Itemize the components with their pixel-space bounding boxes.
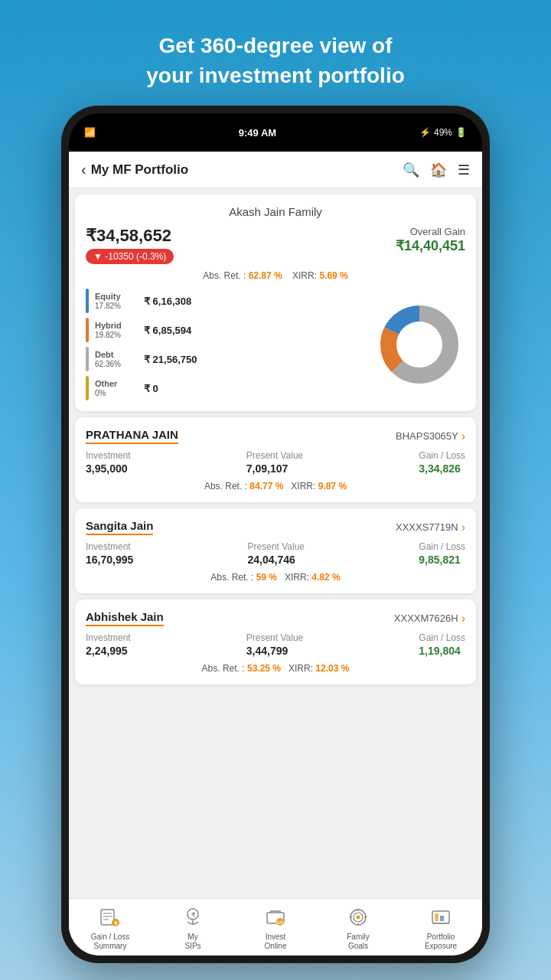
donut-chart bbox=[373, 299, 465, 390]
overall-gain-label: Overall Gain bbox=[396, 226, 465, 237]
investment-stat: Investment 16,70,995 bbox=[86, 541, 133, 566]
menu-icon[interactable]: ☰ bbox=[458, 162, 470, 178]
svg-text:₹: ₹ bbox=[191, 912, 196, 919]
member-name: Sangita Jain bbox=[86, 519, 153, 535]
back-button[interactable]: ‹ bbox=[81, 161, 86, 178]
change-badge: ▼ -10350 (-0.3%) bbox=[86, 249, 174, 264]
member-id[interactable]: BHAPS3065Y › bbox=[396, 430, 465, 443]
member-xirr: 9.87 % bbox=[318, 481, 347, 492]
battery-status: ⚡ 49% 🔋 bbox=[419, 127, 467, 138]
svg-rect-24 bbox=[435, 913, 439, 921]
nav-invest-online[interactable]: GO InvestOnline bbox=[234, 905, 317, 951]
investment-label: Investment bbox=[86, 541, 133, 552]
investment-stat: Investment 2,24,995 bbox=[86, 632, 131, 657]
status-bar: 📶 9:49 AM ⚡ 49% 🔋 bbox=[69, 113, 482, 152]
investment-label: Investment bbox=[86, 450, 131, 461]
member-name: Abhishek Jain bbox=[86, 610, 164, 626]
svg-point-18 bbox=[357, 916, 360, 920]
family-name: Akash Jain Family bbox=[86, 205, 465, 218]
nav-invest-online-label: InvestOnline bbox=[265, 933, 287, 951]
member-abs-ret: 84.77 % bbox=[249, 481, 283, 492]
nav-family-goals[interactable]: FamilyGoals bbox=[317, 905, 399, 951]
bluetooth-icon: ⚡ bbox=[419, 127, 431, 138]
member-id[interactable]: XXXXS7719N › bbox=[396, 521, 465, 534]
gain-loss-stat: Gain / Loss 3,34,826 bbox=[419, 450, 465, 475]
page-title: My MF Portfolio bbox=[91, 162, 188, 178]
time-display: 9:49 AM bbox=[239, 127, 276, 139]
member-abs-ret: 53.25 % bbox=[247, 663, 281, 674]
gain-loss-value: 1,19,804 bbox=[419, 645, 465, 657]
phone-frame: 📶 9:49 AM ⚡ 49% 🔋 ‹ My MF Portfolio 🔍 bbox=[61, 106, 490, 963]
nav-portfolio-exposure-label: PortfolioExposure bbox=[425, 933, 457, 951]
member-cards-container: PRATHANA JAIN BHAPS3065Y › Investment 3,… bbox=[69, 417, 482, 684]
member-returns: Abs. Ret. : 59 % XIRR: 4.82 % bbox=[86, 572, 465, 583]
category-value: ₹ 6,85,594 bbox=[144, 325, 191, 336]
gain-loss-stat: Gain / Loss 1,19,804 bbox=[419, 632, 465, 657]
category-color-dot bbox=[86, 289, 89, 313]
present-value-stat: Present Value 7,09,107 bbox=[246, 450, 304, 475]
abs-ret-value: 62.87 % bbox=[249, 270, 282, 281]
present-value-label: Present Value bbox=[246, 450, 304, 461]
svg-rect-25 bbox=[440, 916, 444, 921]
category-color-dot bbox=[86, 347, 89, 371]
nav-my-sips-label: MySIPs bbox=[184, 933, 201, 951]
member-card-2: Abhishek Jain XXXXM7626H › Investment 2,… bbox=[75, 599, 476, 684]
tagline: Get 360-degree view of your investment p… bbox=[146, 31, 405, 90]
investment-value: 2,24,995 bbox=[86, 645, 131, 657]
present-value-label: Present Value bbox=[246, 632, 304, 643]
present-value: 24,04,746 bbox=[248, 554, 305, 566]
category-name: Equity17.82% bbox=[95, 292, 135, 310]
goals-icon bbox=[346, 905, 370, 929]
gain-loss-label: Gain / Loss bbox=[419, 450, 465, 461]
phone-screen: ‹ My MF Portfolio 🔍 🏠 ☰ Akash Jain Famil… bbox=[69, 152, 482, 956]
category-color-dot bbox=[86, 318, 89, 342]
chevron-right-icon: › bbox=[461, 430, 465, 443]
member-xirr: 4.82 % bbox=[311, 572, 340, 583]
bottom-navigation: ₹ Gain / LossSummary ₹ MySIPs bbox=[69, 898, 482, 956]
investment-stat: Investment 3,95,000 bbox=[86, 450, 131, 475]
gain-loss-label: Gain / Loss bbox=[419, 632, 465, 643]
nav-portfolio-exposure[interactable]: PortfolioExposure bbox=[399, 905, 482, 951]
invest-icon: GO bbox=[263, 905, 288, 929]
battery-level: 49% bbox=[434, 127, 452, 138]
category-item-hybrid: Hybrid19.82% ₹ 6,85,594 bbox=[86, 318, 373, 342]
home-icon[interactable]: 🏠 bbox=[430, 162, 447, 178]
present-value-stat: Present Value 24,04,746 bbox=[248, 541, 305, 566]
investment-value: 3,95,000 bbox=[86, 462, 131, 475]
gain-loss-icon: ₹ bbox=[98, 905, 122, 929]
member-id[interactable]: XXXXM7626H › bbox=[394, 612, 465, 626]
search-icon[interactable]: 🔍 bbox=[403, 162, 419, 178]
wifi-icon: 📶 bbox=[84, 127, 96, 138]
nav-my-sips[interactable]: ₹ MySIPs bbox=[152, 905, 234, 951]
member-card-0: PRATHANA JAIN BHAPS3065Y › Investment 3,… bbox=[75, 417, 476, 502]
portfolio-summary-card: Akash Jain Family ₹34,58,652 ▼ -10350 (-… bbox=[75, 194, 476, 411]
category-value: ₹ 6,16,308 bbox=[144, 296, 191, 307]
total-value: ₹34,58,652 bbox=[86, 226, 174, 246]
portfolio-breakdown: Equity17.82% ₹ 6,16,308 Hybrid19.82% ₹ 6… bbox=[86, 289, 465, 400]
member-xirr: 12.03 % bbox=[315, 663, 349, 674]
content-area: Akash Jain Family ₹34,58,652 ▼ -10350 (-… bbox=[69, 188, 482, 898]
member-name: PRATHANA JAIN bbox=[86, 428, 178, 444]
xirr-label: XIRR: bbox=[292, 270, 317, 281]
investment-label: Investment bbox=[86, 632, 131, 643]
exposure-icon bbox=[429, 905, 453, 929]
present-value: 3,44,799 bbox=[246, 645, 304, 657]
present-value: 7,09,107 bbox=[246, 462, 304, 475]
category-item-other: Other0% ₹ 0 bbox=[86, 376, 373, 400]
gain-loss-value: 3,34,826 bbox=[419, 462, 465, 475]
category-name: Hybrid19.82% bbox=[95, 321, 135, 339]
tagline-line2: your investment portfolio bbox=[146, 64, 405, 87]
member-abs-ret: 59 % bbox=[256, 572, 277, 583]
portfolio-returns: Abs. Ret. : 62.87 % XIRR: 5.69 % bbox=[86, 270, 465, 281]
category-color-dot bbox=[86, 376, 89, 400]
category-value: ₹ 0 bbox=[144, 383, 158, 394]
investment-value: 16,70,995 bbox=[86, 554, 133, 566]
abs-ret-label: Abs. Ret. : bbox=[203, 270, 246, 281]
gain-loss-stat: Gain / Loss 9,85,821 bbox=[419, 541, 465, 566]
member-returns: Abs. Ret. : 53.25 % XIRR: 12.03 % bbox=[86, 663, 465, 674]
category-name: Other0% bbox=[95, 379, 135, 397]
tagline-line1: Get 360-degree view of bbox=[158, 34, 392, 57]
nav-gain-loss[interactable]: ₹ Gain / LossSummary bbox=[69, 905, 152, 951]
nav-gain-loss-label: Gain / LossSummary bbox=[91, 933, 130, 951]
gain-loss-label: Gain / Loss bbox=[419, 541, 465, 552]
